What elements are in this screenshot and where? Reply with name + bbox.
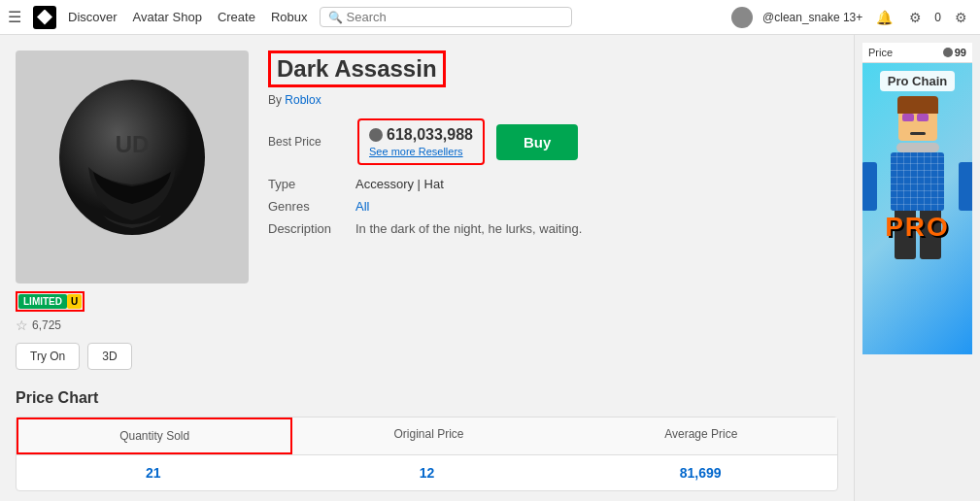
item-rating: ☆ 6,725 [16, 317, 249, 333]
price-number: 618,033,988 [387, 126, 473, 144]
username-label: @clean_snake 13+ [762, 11, 862, 24]
sidebar-ad: Price 99 Pro Chain [854, 35, 980, 501]
settings-icon[interactable]: ⚙ [949, 6, 972, 29]
svg-text:UD: UD [116, 131, 150, 157]
ad-price-row: Price 99 [862, 43, 972, 63]
ad-robux: 99 [943, 47, 966, 58]
rating-count: 6,725 [32, 318, 61, 332]
price-value: 618,033,988 [369, 126, 473, 144]
price-chart-body: 21 12 81,699 [17, 455, 837, 490]
hamburger-icon[interactable]: ☰ [8, 8, 21, 26]
nav-action-icons: 🔔 ⚙ 0 ⚙ [872, 6, 972, 29]
limited-badge: LIMITED [18, 294, 67, 309]
ad-image-area[interactable]: Pro Chain [862, 63, 972, 354]
limited-badge-outline: LIMITED U [16, 291, 84, 312]
col-avg-price: Average Price [565, 418, 837, 454]
val-original-price: 12 [290, 455, 564, 490]
val-avg-price: 81,699 [563, 455, 837, 490]
type-label: Type [268, 177, 355, 191]
navbar: ☰ Discover Avatar Shop Create Robux 🔍 @c… [0, 0, 980, 35]
notification-icon[interactable]: 🔔 [872, 6, 896, 29]
item-price-row: Best Price 618,033,988 See more Reseller… [268, 118, 838, 165]
price-chart-section: Price Chart Quantity Sold Original Price… [16, 389, 838, 491]
col-qty-sold: Quantity Sold [17, 418, 292, 454]
item-badges: LIMITED U [16, 291, 249, 312]
genres-row: Genres All [268, 199, 838, 214]
buy-button[interactable]: Buy [496, 124, 578, 160]
pro-overlay-text: PRO [885, 212, 950, 243]
type-value: Accessory | Hat [355, 177, 444, 191]
description-text: In the dark of the night, he lurks, wait… [355, 221, 582, 236]
3d-button[interactable]: 3D [87, 343, 131, 370]
see-resellers-link[interactable]: See more Resellers [369, 146, 473, 157]
search-bar[interactable]: 🔍 [320, 7, 572, 27]
roblox-logo[interactable] [33, 6, 56, 29]
search-icon: 🔍 [328, 11, 343, 24]
genres-value: All [355, 199, 369, 214]
nav-links: Discover Avatar Shop Create Robux [68, 10, 308, 24]
item-detail-col: Dark Assassin By Roblox Best Price 618,0… [268, 50, 838, 370]
item-creator: By Roblox [268, 93, 838, 107]
price-chart-title: Price Chart [16, 389, 838, 407]
ad-price-label: Price [868, 47, 893, 58]
nav-right: @clean_snake 13+ 🔔 ⚙ 0 ⚙ [731, 6, 972, 29]
item-image-box: UD [16, 50, 249, 284]
item-buttons: Try On 3D [16, 343, 249, 370]
pro-chain-badge: Pro Chain [880, 71, 955, 91]
main-layout: UD LIMITED U ☆ 6,725 Try On [0, 35, 980, 501]
nav-create[interactable]: Create [218, 10, 255, 24]
item-image-col: UD LIMITED U ☆ 6,725 Try On [16, 50, 249, 370]
nav-avatar-shop[interactable]: Avatar Shop [133, 10, 202, 24]
nav-discover[interactable]: Discover [68, 10, 118, 24]
item-image: UD [35, 70, 229, 264]
search-input[interactable] [347, 10, 563, 24]
price-chart-table: Quantity Sold Original Price Average Pri… [16, 417, 838, 491]
creator-link[interactable]: Roblox [285, 93, 321, 107]
item-title: Dark Assassin [268, 50, 446, 87]
best-price-label: Best Price [268, 135, 346, 149]
content-area: UD LIMITED U ☆ 6,725 Try On [0, 35, 854, 501]
ad-price-value: 99 [955, 47, 966, 58]
nav-robux[interactable]: Robux [271, 10, 308, 24]
limited-u-badge: U [67, 294, 82, 309]
description-row: Description In the dark of the night, he… [268, 221, 838, 236]
price-box: 618,033,988 See more Resellers [357, 118, 485, 165]
robux-count: 0 [934, 11, 941, 24]
col-original-price: Original Price [292, 418, 564, 454]
price-chart-header: Quantity Sold Original Price Average Pri… [17, 418, 837, 455]
avatar [731, 7, 753, 28]
star-icon: ☆ [16, 317, 28, 333]
val-qty-sold: 21 [17, 455, 290, 490]
type-row: Type Accessory | Hat [268, 177, 838, 191]
description-label: Description [268, 221, 355, 236]
ad-character: PRO [869, 102, 966, 296]
item-page: UD LIMITED U ☆ 6,725 Try On [16, 50, 838, 370]
shield-icon[interactable]: ⚙ [903, 6, 927, 29]
try-on-button[interactable]: Try On [16, 343, 80, 370]
ad-robux-icon [943, 48, 953, 57]
robux-icon [369, 128, 383, 142]
genres-label: Genres [268, 199, 355, 214]
